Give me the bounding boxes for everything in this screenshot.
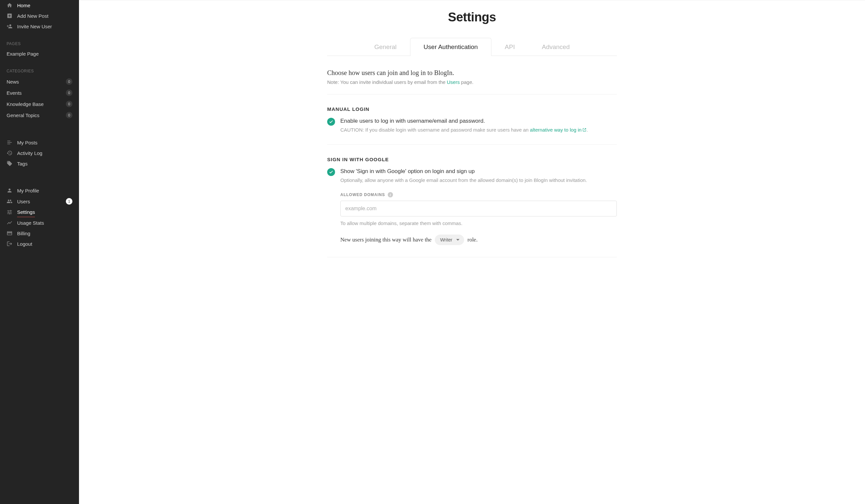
sidebar-item-settings[interactable]: Settings <box>0 207 79 218</box>
person-icon <box>7 188 12 194</box>
count-badge: 0 <box>66 112 72 118</box>
sidebar-item-label: Add New Post <box>17 13 72 19</box>
tab-advanced[interactable]: Advanced <box>528 38 583 56</box>
users-link[interactable]: Users <box>447 79 460 85</box>
sidebar: Home Add New Post Invite New User PAGES … <box>0 0 79 504</box>
invite-user-icon <box>7 23 12 29</box>
role-select[interactable]: Writer <box>435 235 464 245</box>
manual-login-toggle[interactable] <box>327 118 335 126</box>
external-link-icon <box>582 128 587 132</box>
role-suffix: role. <box>468 236 477 243</box>
google-sub: Optionally, allow anyone with a Google e… <box>341 177 617 183</box>
main-content: Settings General User Authentication API… <box>79 0 865 504</box>
count-badge: 0 <box>66 90 72 96</box>
sidebar-item-label: Tags <box>17 161 72 166</box>
manual-login-caution: CAUTION: If you disable login with usern… <box>341 127 617 132</box>
intro-section: Choose how users can join and log in to … <box>327 69 617 85</box>
allowed-domains-input[interactable] <box>341 201 617 216</box>
sidebar-item-invite-user[interactable]: Invite New User <box>0 21 79 32</box>
info-icon[interactable]: i <box>388 192 393 197</box>
sidebar-item-label: Invite New User <box>17 24 72 29</box>
tag-icon <box>7 161 12 166</box>
google-signin-toggle[interactable] <box>327 168 335 176</box>
tab-api[interactable]: API <box>492 38 529 56</box>
sidebar-section-categories: CATEGORIES <box>0 62 79 76</box>
intro-note: Note: You can invite individual users by… <box>327 79 617 85</box>
card-icon <box>7 230 12 236</box>
manual-login-heading: MANUAL LOGIN <box>327 106 617 112</box>
sidebar-item-home[interactable]: Home <box>0 0 79 11</box>
tab-general[interactable]: General <box>361 38 410 56</box>
sidebar-item-label: Usage Stats <box>17 220 72 226</box>
alternative-login-link[interactable]: alternative way to log in <box>530 127 587 132</box>
trend-icon <box>7 220 12 226</box>
sidebar-item-label: Billing <box>17 231 72 236</box>
tab-user-authentication[interactable]: User Authentication <box>410 38 492 56</box>
sidebar-category-general[interactable]: General Topics 0 <box>0 109 79 121</box>
sidebar-category-knowledge[interactable]: Knowledge Base 0 <box>0 98 79 109</box>
settings-tabs: General User Authentication API Advanced <box>327 37 617 56</box>
add-post-icon <box>7 13 12 19</box>
intro-heading: Choose how users can join and log in to … <box>327 69 617 77</box>
sidebar-category-news[interactable]: News 0 <box>0 76 79 87</box>
role-prefix: New users joining this way will have the <box>341 236 431 243</box>
allowed-domains-label: ALLOWED DOMAINS <box>341 192 385 197</box>
sidebar-item-my-posts[interactable]: My Posts <box>0 137 79 148</box>
count-badge: 1 <box>66 198 72 204</box>
allowed-domains-help: To allow multiple domains, separate them… <box>341 220 617 226</box>
sidebar-page-item[interactable]: Example Page <box>0 49 79 59</box>
sidebar-category-events[interactable]: Events 0 <box>0 87 79 98</box>
sidebar-item-my-profile[interactable]: My Profile <box>0 185 79 196</box>
check-icon <box>329 119 333 124</box>
sidebar-item-label: Example Page <box>7 51 72 57</box>
google-signin-block: SIGN IN WITH GOOGLE Show 'Sign in with G… <box>327 145 617 257</box>
sidebar-item-label: My Profile <box>17 188 72 194</box>
google-heading: SIGN IN WITH GOOGLE <box>327 156 617 162</box>
sidebar-section-pages: PAGES <box>0 35 79 49</box>
manual-login-label: Enable users to log in with username/ema… <box>341 118 617 124</box>
sidebar-item-label: Activity Log <box>17 150 72 156</box>
check-icon <box>329 170 333 174</box>
sidebar-item-label: Knowledge Base <box>7 101 61 107</box>
history-icon <box>7 150 12 156</box>
sidebar-item-activity-log[interactable]: Activity Log <box>0 148 79 158</box>
default-role-row: New users joining this way will have the… <box>341 235 617 245</box>
sidebar-item-usage-stats[interactable]: Usage Stats <box>0 218 79 228</box>
home-icon <box>7 2 12 8</box>
logout-icon <box>7 241 12 247</box>
sidebar-item-label: Settings <box>17 209 35 215</box>
list-icon <box>7 140 12 145</box>
sliders-icon <box>7 209 12 215</box>
manual-login-block: MANUAL LOGIN Enable users to log in with… <box>327 94 617 144</box>
sidebar-item-add-post[interactable]: Add New Post <box>0 11 79 21</box>
sidebar-item-label: My Posts <box>17 140 72 145</box>
count-badge: 0 <box>66 101 72 107</box>
divider <box>327 257 617 257</box>
sidebar-item-label: Users <box>17 199 61 204</box>
sidebar-item-label: General Topics <box>7 113 61 118</box>
sidebar-item-label: News <box>7 79 61 84</box>
sidebar-item-billing[interactable]: Billing <box>0 228 79 238</box>
sidebar-item-label: Logout <box>17 241 72 247</box>
sidebar-item-tags[interactable]: Tags <box>0 158 79 169</box>
sidebar-item-label: Home <box>17 3 72 8</box>
sidebar-item-label: Events <box>7 90 61 96</box>
google-label: Show 'Sign in with Google' option on log… <box>341 168 617 175</box>
sidebar-item-logout[interactable]: Logout <box>0 238 79 249</box>
page-title: Settings <box>327 10 617 24</box>
people-icon <box>7 198 12 204</box>
count-badge: 0 <box>66 78 72 85</box>
sidebar-item-users[interactable]: Users 1 <box>0 196 79 207</box>
